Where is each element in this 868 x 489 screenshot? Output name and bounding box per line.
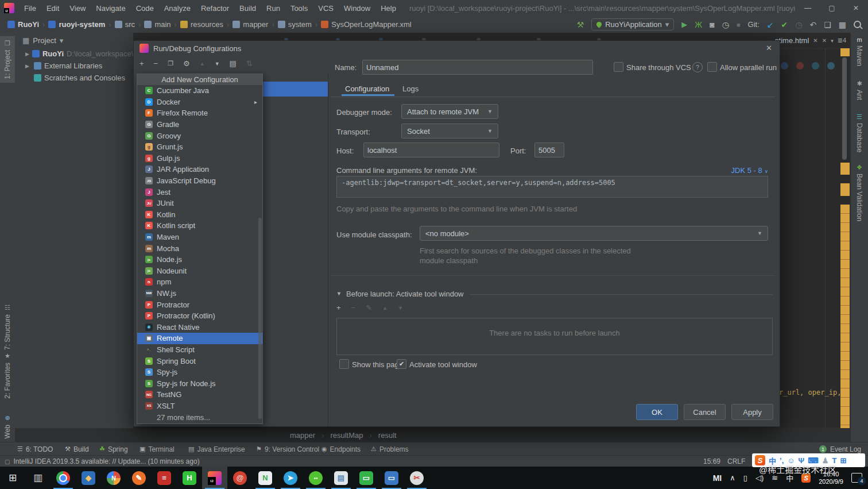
xml-breadcrumb-result[interactable]: result <box>374 431 401 440</box>
menu-item-analyze[interactable]: Analyze <box>159 0 196 16</box>
taskbar-screenshot-tool[interactable]: ✂ <box>404 467 429 489</box>
config-type-protractor-kotlin[interactable]: PProtractor (Kotlin) <box>137 310 262 322</box>
config-type-groovy[interactable]: GGroovy <box>137 130 262 141</box>
run-button[interactable]: ▶ <box>681 20 687 29</box>
taskbar-notes[interactable]: ▤ <box>328 467 354 489</box>
tab-configuration[interactable]: Configuration <box>345 84 389 93</box>
taskbar-wechat[interactable]: ●● <box>303 467 328 489</box>
tool-strip-bean-validation[interactable]: ❖Bean Validation <box>851 164 868 221</box>
profiler-button[interactable]: ◷ <box>722 20 729 29</box>
show-this-page-checkbox[interactable] <box>339 359 349 369</box>
tool-strip-web[interactable]: ⊕Web <box>0 414 15 438</box>
project-panel-header[interactable]: ▦ Project ▾ <box>15 33 133 48</box>
tool-strip-database[interactable]: ☰Database <box>851 113 868 152</box>
config-type-spy-js[interactable]: SSpy-js <box>137 367 262 378</box>
breadcrumb-item-main[interactable]: main <box>142 20 172 29</box>
menu-item-code[interactable]: Code <box>131 0 159 16</box>
taskbar-vmware[interactable]: ◆ <box>76 467 101 489</box>
menu-item-refactor[interactable]: Refactor <box>196 0 234 16</box>
move-down-icon[interactable]: ▼ <box>215 61 220 67</box>
taskbar-intellij-idea[interactable]: IJ <box>202 467 227 489</box>
port-input[interactable] <box>534 143 564 157</box>
before-launch-twisty-icon[interactable]: ▼ <box>336 291 342 297</box>
toolwindow-button-spring[interactable]: ☘Spring <box>99 442 128 456</box>
minimize-icon[interactable]: — <box>796 0 820 16</box>
coverage-button[interactable]: ◙ <box>710 20 714 29</box>
menu-item-tools[interactable]: Tools <box>285 0 313 16</box>
debugger-mode-select[interactable]: Attach to remote JVM ▼ <box>401 104 498 119</box>
tool-strip-1-project[interactable]: ❐1: Project <box>0 36 15 83</box>
git-update-icon[interactable]: ↙ <box>767 20 774 29</box>
name-input[interactable] <box>362 60 593 75</box>
config-type-junit[interactable]: JUJUnit <box>137 198 262 209</box>
config-type-nodeunit[interactable]: jsNodeunit <box>137 265 262 277</box>
cmdline-arguments[interactable]: -agentlib:jdwp=transport=dt_socket,serve… <box>336 176 768 198</box>
allow-parallel-checkbox[interactable] <box>707 62 717 72</box>
config-type-nw-js[interactable]: NWNW.js <box>137 288 262 299</box>
taskbar-telegram[interactable]: ➤ <box>278 467 303 489</box>
restore-icon[interactable]: ▢ <box>820 0 844 16</box>
battery-icon[interactable]: ▯ <box>743 473 747 482</box>
taskbar-navicat[interactable]: N <box>101 467 126 489</box>
tray-expand-icon[interactable]: ∧ <box>730 473 735 482</box>
tool-strip-maven[interactable]: mMaven <box>851 36 868 66</box>
remove-configuration-button[interactable]: − <box>154 59 158 68</box>
taskbar-sunflower-remote[interactable]: ▭ <box>354 467 379 489</box>
config-type-gulp-js[interactable]: gGulp.js <box>137 153 262 164</box>
config-type-remote[interactable]: ▣Remote <box>137 333 262 344</box>
apply-button[interactable]: Apply <box>731 404 773 420</box>
config-type-maven[interactable]: mMaven <box>137 232 262 243</box>
chevron-down-icon[interactable]: ▾ <box>831 38 834 44</box>
menu-item-run[interactable]: Run <box>261 0 285 16</box>
editor-tab[interactable]: etime.html ✕ ✕ ▾ ≣4 <box>770 33 851 48</box>
dialog-title-bar[interactable]: Run/Debug Configurations <box>134 41 780 56</box>
config-type-spring-boot[interactable]: SSpring Boot <box>137 355 262 367</box>
config-type-shell-script[interactable]: >_Shell Script <box>137 344 262 356</box>
help-icon[interactable]: ? <box>692 62 703 72</box>
tree-selected-row[interactable] <box>262 82 328 97</box>
tool-strip-2-favorites[interactable]: ★2: Favorites <box>0 352 15 399</box>
ok-button[interactable]: OK <box>636 404 678 420</box>
close-icon[interactable]: ✕ <box>844 0 868 16</box>
tree-expand-icon[interactable]: ▶ <box>25 63 31 69</box>
taskbar-task-view[interactable]: ▥ <box>25 467 51 489</box>
menu-item-vcs[interactable]: VCS <box>313 0 339 16</box>
run-configuration-selector[interactable]: RuoYiApplication ▾ <box>591 18 674 30</box>
config-type-node-js[interactable]: jsNode.js <box>137 254 262 265</box>
config-type-grunt-js[interactable]: gGrunt.js <box>137 141 262 153</box>
toolwindow-button-6-todo[interactable]: ☰6: TODO <box>17 442 53 456</box>
menu-item-navigate[interactable]: Navigate <box>91 0 130 16</box>
breadcrumb-item-system[interactable]: system <box>276 20 313 29</box>
tab-logs[interactable]: Logs <box>402 84 418 93</box>
taskbar-ev-capture[interactable]: ✎ <box>126 467 152 489</box>
menu-item-window[interactable]: Window <box>339 0 375 16</box>
config-type-javascript-debug[interactable]: JSJavaScript Debug <box>137 175 262 187</box>
config-type-npm[interactable]: nnpm <box>137 276 262 288</box>
before-launch-title[interactable]: Before launch: Activate tool window <box>346 290 464 298</box>
popup-scrollbar[interactable] <box>258 218 262 419</box>
menu-item-view[interactable]: View <box>64 0 91 16</box>
host-input[interactable] <box>363 143 499 157</box>
build-icon[interactable]: ⚒ <box>577 20 584 29</box>
tab-list-icon[interactable]: ≣4 <box>838 37 846 44</box>
tree-row-scratches-and-consoles[interactable]: Scratches and Consoles <box>15 72 133 84</box>
close-tab-icon[interactable]: ✕ <box>813 37 817 44</box>
breadcrumb-item-resources[interactable]: resources <box>179 20 225 29</box>
config-type-jest[interactable]: JJest <box>137 186 262 198</box>
add-task-button[interactable]: + <box>336 303 341 312</box>
breadcrumb-item-ruoyi-system[interactable]: ruoyi-system <box>46 20 107 29</box>
taskbar-notepad[interactable]: N <box>253 467 278 489</box>
caret-position[interactable]: 15:69 <box>703 457 720 465</box>
taskbar-start[interactable]: ⊞ <box>0 467 25 489</box>
add-configuration-button[interactable]: + <box>140 59 144 68</box>
breadcrumb-item-ruoyi[interactable]: RuoYi <box>6 20 41 29</box>
config-type-firefox-remote[interactable]: FFirefox Remote <box>137 107 262 119</box>
config-type-cucumber-java[interactable]: CCucumber Java <box>137 85 262 97</box>
new-folder-icon[interactable]: ▤ <box>230 59 237 68</box>
tool-strip-ant[interactable]: ✱Ant <box>851 80 868 100</box>
tree-expand-icon[interactable]: ▶ <box>25 51 29 57</box>
toolwindow-button-9-version-control[interactable]: ⚑9: Version Control <box>256 442 319 456</box>
config-type-mocha[interactable]: mMocha <box>137 242 262 254</box>
ime-toolbox-icon[interactable]: ⊞ <box>840 456 846 465</box>
line-separator[interactable]: CRLF <box>727 457 745 465</box>
